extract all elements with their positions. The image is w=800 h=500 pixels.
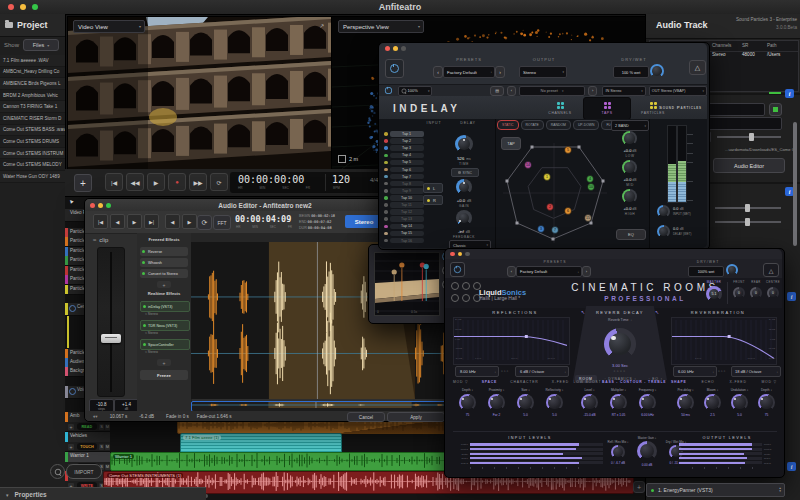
minimize-icon[interactable] (393, 46, 398, 51)
reflectivity-knob[interactable] (546, 394, 563, 411)
step-back-button[interactable]: ◀ (110, 214, 125, 229)
file-item[interactable]: Come Out STEMS MELODY (0, 159, 65, 171)
mute-button[interactable]: M (105, 424, 110, 430)
loop-button[interactable]: ⟳ (210, 173, 228, 191)
zoom-icon[interactable] (401, 46, 406, 51)
plugin-preset-prev[interactable]: ‹ (507, 86, 517, 96)
chevron-down-icon[interactable]: ▾ (6, 492, 9, 498)
play-button[interactable]: ▶ (147, 173, 165, 191)
files-dropdown[interactable]: Files▾ (23, 39, 59, 51)
eq-low-knob[interactable] (622, 131, 637, 146)
properties-bar[interactable]: ▾ Properties (0, 487, 206, 500)
tab-taps[interactable]: TAPS (583, 97, 631, 120)
column-header[interactable]: Channels (712, 43, 731, 48)
file-item[interactable]: Come Out STEMS BASS .wav (0, 125, 65, 137)
undo-icon[interactable] (451, 282, 459, 290)
reverb-time-value[interactable]: 3.00 Sec (573, 363, 667, 368)
preset-selector[interactable]: Factory Default↕ (443, 66, 495, 78)
frequency-knob[interactable] (639, 394, 656, 411)
input-routing-selector[interactable]: IN Stereo▾ (602, 86, 645, 96)
loop-button[interactable]: ⟳ (197, 215, 212, 230)
output-routing-selector[interactable]: OUT Stereo (VBAP)▾ (649, 86, 707, 96)
automation-mode-button[interactable]: READ (77, 423, 97, 430)
tap-row[interactable]: Tap 13 (383, 216, 425, 222)
file-item[interactable]: AMBIENCE Birds Pigeons L (0, 78, 65, 90)
indelay-titlebar[interactable] (379, 43, 707, 54)
solo-button[interactable]: S (99, 424, 104, 430)
file-item[interactable]: 7.1 Film aeeeee .WAV (0, 55, 65, 67)
tap-row[interactable]: Tap 7 (383, 174, 425, 180)
file-item[interactable]: Water Hose Gun ODY 1489 (0, 171, 65, 183)
nudge-left-button[interactable]: ◀ (165, 214, 180, 229)
stepper-icon[interactable]: ▴▾ (779, 487, 781, 494)
freeze-button[interactable]: Freeze (140, 370, 188, 380)
clip-gain-fader[interactable] (97, 247, 125, 397)
mode-random[interactable]: RANDOM (546, 120, 571, 130)
realtime-effect-slot[interactable]: inDelay (VST3) (140, 301, 190, 312)
pre-delay-knob[interactable] (677, 394, 694, 411)
close-icon[interactable] (8, 4, 14, 10)
zoom-icon[interactable] (465, 252, 470, 257)
tab-low-boost[interactable]: LOW BOOST (574, 380, 602, 384)
depth-knob[interactable] (459, 394, 476, 411)
minimize-icon[interactable] (458, 252, 463, 257)
zoom-icon[interactable] (32, 4, 38, 10)
mode-static[interactable]: STATIC (497, 120, 519, 130)
nudge-right-button[interactable]: ▶ (182, 214, 197, 229)
file-item[interactable]: CINEMATIC RISER Storm D (0, 113, 65, 125)
save-icon[interactable] (462, 294, 470, 302)
tab-echo[interactable]: ECHO (702, 380, 715, 384)
reverb-time-knob[interactable] (604, 328, 636, 360)
size-knob[interactable] (517, 394, 534, 411)
tab-mod[interactable]: MOD ▽ (453, 380, 468, 384)
preset-next-button[interactable]: › (582, 266, 591, 277)
tap-row[interactable]: Tap 16 (383, 238, 425, 244)
close-icon[interactable] (385, 46, 390, 51)
tap-row[interactable]: Tap 11 (383, 202, 425, 208)
search-button[interactable] (50, 464, 65, 479)
tab-mod[interactable]: MOD ▽ (762, 380, 777, 384)
clip-film[interactable]: 7.1 Film aeeee (1) (180, 433, 342, 454)
ab-icon[interactable] (451, 294, 459, 302)
column-header[interactable]: SR (742, 43, 748, 48)
apply-button[interactable]: Apply (387, 412, 445, 422)
tab-character[interactable]: CHARACTER (510, 380, 538, 384)
reverberation-slope-field[interactable]: 18 dB / Octave↕ (731, 366, 781, 377)
frozen-effect-button[interactable]: Convert to Stereo (140, 269, 188, 278)
reverb-time-label[interactable]: Reverb Time↕ (573, 318, 667, 322)
feedback-knob[interactable] (456, 210, 472, 226)
perspective-view-selector[interactable]: Perspective View ▾ (338, 20, 424, 33)
tap-row[interactable]: Tap 15 (383, 230, 425, 236)
play-button[interactable]: ▶ (127, 214, 142, 229)
delta-button[interactable]: △ (763, 263, 779, 277)
drywet-knob[interactable] (650, 64, 664, 78)
slider-thumb[interactable] (749, 133, 754, 141)
tap-row[interactable]: Tap 1 (383, 131, 425, 137)
reflections-freq-field[interactable]: 8.00 kHz↕ (455, 366, 499, 377)
plugin-preset-selector[interactable]: No preset▾ (519, 86, 585, 96)
eq-value[interactable]: +0.0 dB (611, 148, 649, 153)
v-scrollbar[interactable] (793, 122, 797, 246)
tab-x-feed[interactable]: X-FEED (552, 380, 569, 384)
power-button[interactable] (385, 59, 404, 78)
file-item[interactable]: AMBCrst_Heavy Drilling Co (0, 67, 65, 79)
add-effect-button[interactable]: + (157, 359, 171, 366)
frozen-effect-button[interactable]: Reverse (140, 247, 188, 256)
gain-value[interactable]: +0.0dB (445, 198, 483, 203)
tap-row[interactable]: Tap 12 (383, 209, 425, 215)
time-value[interactable]: 526ms (445, 156, 483, 161)
reverberation-freq-field[interactable]: 6.00 kHz↕ (673, 366, 717, 377)
realtime-effect-slot[interactable]: TDR Nova (VST3) (140, 320, 190, 331)
input-wet-knob[interactable] (657, 205, 670, 218)
feedback-value[interactable]: -infdB (445, 229, 483, 234)
settings-icon[interactable] (462, 282, 470, 290)
import-button[interactable]: IMPORT (66, 464, 102, 479)
mute-button[interactable]: M (105, 444, 110, 450)
tab-x-feed[interactable]: X-FEED (729, 380, 746, 384)
param-slider[interactable] (715, 221, 781, 223)
eq-button[interactable]: EQ (616, 229, 646, 240)
realtime-effect-slot[interactable]: SpaceController (140, 339, 190, 350)
param-slider[interactable] (715, 207, 781, 209)
preset-selector[interactable]: Factory Default↕ (516, 266, 582, 277)
input-right-button[interactable]: R (423, 195, 443, 205)
